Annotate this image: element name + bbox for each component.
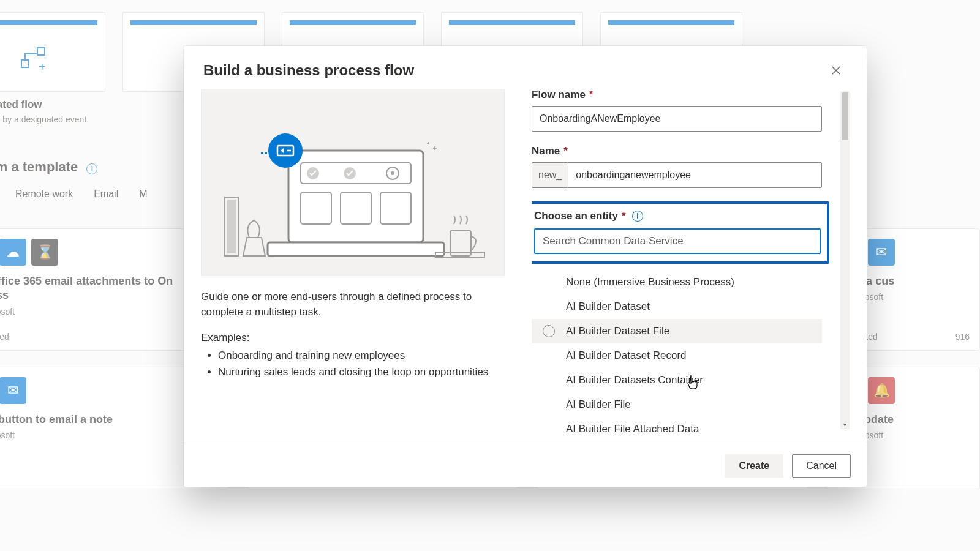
choose-entity-field: Choose an entity * i None (Immersive Bus… (532, 201, 841, 432)
required-indicator: * (622, 210, 626, 222)
entity-option-label: AI Builder Dataset Record (566, 350, 687, 362)
entity-highlight: Choose an entity * i (532, 201, 829, 264)
examples-list: Onboarding and training new employees Nu… (201, 348, 513, 380)
svg-point-15 (268, 133, 303, 168)
flow-name-input[interactable] (532, 106, 822, 132)
right-pane-scrollbar[interactable]: ▾ (840, 91, 850, 429)
entity-option-label: AI Builder File (566, 399, 631, 411)
example-item: Nurturing sales leads and closing the lo… (218, 364, 513, 380)
close-button[interactable] (825, 59, 847, 81)
name-prefix: new_ (532, 162, 568, 188)
create-button[interactable]: Create (725, 454, 783, 478)
required-indicator: * (564, 145, 568, 157)
modal-header: Build a business process flow (184, 46, 867, 86)
close-icon (831, 66, 841, 75)
info-icon[interactable]: i (632, 211, 643, 222)
entity-dropdown[interactable]: None (Immersive Business Process) AI Bui… (532, 270, 822, 432)
svg-rect-6 (268, 242, 444, 256)
flow-name-field: Flow name * (532, 89, 841, 132)
flow-name-label: Flow name (532, 89, 586, 101)
entity-search-input[interactable] (534, 228, 821, 254)
entity-option-label: AI Builder File Attached Data (566, 423, 699, 432)
entity-option-label: AI Builder Datasets Container (566, 374, 703, 386)
modal-title: Build a business process flow (203, 62, 414, 79)
radio-icon (543, 325, 555, 337)
entity-option[interactable]: AI Builder Dataset File (532, 319, 822, 343)
entity-option-label: AI Builder Dataset File (566, 325, 669, 337)
entity-option[interactable]: AI Builder File (532, 392, 822, 417)
examples-label: Examples: (201, 332, 513, 344)
modal-right-pane: Flow name * Name * new_ (532, 89, 850, 444)
entity-option[interactable]: AI Builder Dataset (532, 294, 822, 319)
modal-left-pane: Guide one or more end-users through a de… (201, 89, 513, 444)
entity-option-label: AI Builder Dataset (566, 301, 650, 313)
entity-option[interactable]: None (Immersive Business Process) (532, 270, 822, 294)
required-indicator: * (589, 89, 594, 101)
svg-point-11 (391, 171, 394, 175)
name-label: Name (532, 145, 560, 157)
name-field: Name * new_ (532, 145, 841, 188)
modal-body: Guide one or more end-users through a de… (184, 86, 867, 444)
build-bpf-modal: Build a business process flow (184, 46, 867, 487)
modal-description: Guide one or more end-users through a de… (201, 290, 513, 320)
entity-option[interactable]: AI Builder File Attached Data (532, 417, 822, 432)
svg-rect-19 (227, 200, 236, 253)
chevron-down-icon[interactable]: ▾ (840, 421, 850, 428)
entity-label: Choose an entity (534, 210, 618, 222)
entity-option[interactable]: AI Builder Datasets Container (532, 368, 822, 392)
bpf-illustration (201, 89, 505, 276)
name-input[interactable] (568, 162, 822, 188)
scrollbar-thumb[interactable] (842, 92, 848, 140)
modal-footer: Create Cancel (184, 444, 867, 487)
entity-option[interactable]: AI Builder Dataset Record (532, 343, 822, 368)
example-item: Onboarding and training new employees (218, 348, 513, 364)
cancel-button[interactable]: Cancel (792, 454, 851, 478)
entity-option-label: None (Immersive Business Process) (566, 276, 734, 288)
svg-rect-5 (288, 151, 423, 242)
